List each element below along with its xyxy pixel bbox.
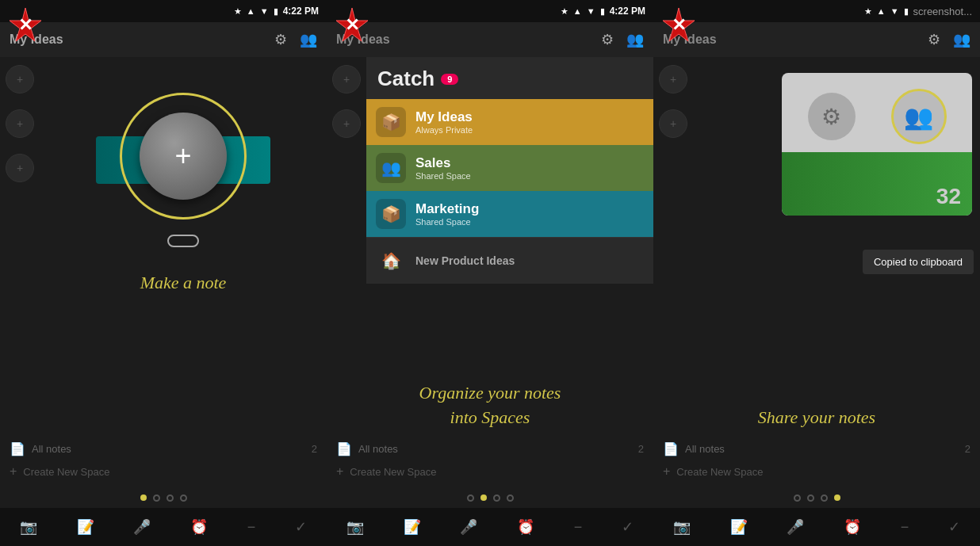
new-icon: 🏠: [376, 246, 406, 276]
new-name: New Product Ideas: [415, 254, 515, 267]
status-bar-1: ★ ▲ ▼ ▮ 4:22 PM: [0, 0, 327, 22]
marketing-subtitle: Shared Space: [415, 217, 479, 227]
people-icon-1[interactable]: 👥: [300, 31, 317, 48]
create-space-icon-3: +: [663, 464, 670, 479]
toolbar-check-icon-2[interactable]: ✓: [622, 518, 634, 536]
toolbar-mic-icon[interactable]: 🎤: [133, 518, 151, 536]
bluetooth-icon-3: ★: [864, 6, 872, 17]
all-notes-count-2: 2: [638, 443, 644, 455]
create-space-icon-1: +: [10, 464, 17, 479]
create-space-label-2: Create New Space: [350, 466, 436, 478]
create-space-row-1[interactable]: + Create New Space: [10, 461, 317, 482]
dot-3-2: [807, 494, 814, 502]
bluetooth-icon: ★: [234, 6, 242, 17]
catch-title: Catch: [377, 67, 434, 91]
create-space-icon-2: +: [336, 464, 343, 479]
settings-icon-1[interactable]: ⚙: [274, 31, 287, 48]
close-badge-1[interactable]: ✕: [6, 6, 44, 44]
spaces-dropdown: Catch 9 📦 My Ideas Always Private 👥 Sale…: [366, 57, 653, 284]
toolbar-check-icon-3[interactable]: ✓: [948, 518, 960, 536]
dot-1-active: [140, 494, 147, 501]
share-people-circle[interactable]: 👥: [891, 89, 947, 144]
toolbar-clock-icon-3[interactable]: ⏰: [844, 518, 861, 536]
all-notes-row-3[interactable]: 📄 All notes 2: [663, 437, 970, 461]
all-notes-left-2: 📄 All notes: [336, 441, 398, 456]
notes-icon-3: 📄: [663, 441, 679, 456]
time-display-1: 4:22 PM: [283, 6, 319, 17]
battery-icon: ▮: [274, 6, 278, 17]
signal-icon-2: ▲: [573, 6, 582, 16]
toolbar-camera-icon[interactable]: 📷: [20, 518, 37, 536]
myideas-info: My Ideas Always Private: [415, 109, 473, 135]
create-space-row-3[interactable]: + Create New Space: [663, 461, 970, 482]
toolbar-clock-icon-2[interactable]: ⏰: [517, 518, 534, 536]
toolbar-mic-icon-3[interactable]: 🎤: [787, 518, 804, 536]
top-bar-2: My Ideas ⚙ 👥: [327, 22, 653, 57]
sales-info: Sales Shared Space: [415, 155, 471, 181]
toolbar-camera-icon-2[interactable]: 📷: [346, 518, 364, 536]
side-items-2: + +: [327, 57, 366, 357]
all-notes-count-3: 2: [965, 443, 970, 455]
toolbar-note-icon[interactable]: 📝: [77, 518, 94, 536]
side-item-add-1[interactable]: +: [6, 65, 34, 94]
space-item-new[interactable]: 🏠 New Product Ideas: [366, 237, 653, 284]
caption-3: Share your notes: [758, 406, 875, 430]
catch-badge: 9: [441, 74, 458, 85]
settings-icon-2[interactable]: ⚙: [601, 31, 614, 48]
create-space-row-2[interactable]: + Create New Space: [336, 461, 644, 482]
toolbar-minus-icon[interactable]: −: [247, 519, 256, 536]
all-notes-count-1: 2: [312, 443, 317, 455]
fab-button[interactable]: +: [140, 113, 227, 200]
toolbar-clock-icon[interactable]: ⏰: [190, 518, 208, 536]
dot-2-active: [480, 494, 487, 501]
share-gear-icon[interactable]: ⚙: [808, 93, 856, 140]
bottom-action-bar-1: 📷 📝 🎤 ⏰ − ✓: [0, 508, 327, 546]
side-item-2[interactable]: +: [6, 109, 34, 138]
notes-icon-2: 📄: [336, 441, 352, 456]
toolbar-camera-icon-3[interactable]: 📷: [673, 518, 691, 536]
toolbar-check-icon[interactable]: ✓: [295, 518, 307, 536]
battery-icon-3: ▮: [904, 6, 909, 17]
bottom-section-3: 📄 All notes 2 + Create New Space: [653, 430, 980, 488]
status-bar-3: ★ ▲ ▼ ▮ screenshot...: [653, 0, 980, 22]
home-indicator: [167, 235, 199, 247]
bottom-section-1: 📄 All notes 2 + Create New Space: [0, 430, 327, 488]
toolbar-note-icon-3[interactable]: 📝: [730, 518, 748, 536]
people-icon-3[interactable]: 👥: [953, 31, 970, 48]
close-badge-3[interactable]: ✕: [660, 6, 698, 44]
status-bar-2: ★ ▲ ▼ ▮ 4:22 PM: [327, 0, 653, 22]
side-item-add-2b[interactable]: +: [332, 109, 361, 138]
side-items-1: + + +: [0, 57, 40, 430]
bottom-action-bar-3: 📷 📝 🎤 ⏰ − ✓: [653, 508, 980, 546]
toolbar-minus-icon-2[interactable]: −: [574, 519, 583, 536]
all-notes-left-1: 📄 All notes: [10, 441, 71, 456]
top-bar-icons-3: ⚙ 👥: [928, 31, 970, 48]
settings-icon-3[interactable]: ⚙: [928, 31, 940, 48]
new-info: New Product Ideas: [415, 254, 515, 267]
all-notes-row-2[interactable]: 📄 All notes 2: [336, 437, 644, 461]
side-item-add-2[interactable]: +: [332, 65, 361, 94]
toolbar-minus-icon-3[interactable]: −: [901, 519, 909, 536]
people-icon-2[interactable]: 👥: [626, 31, 644, 48]
toolbar-mic-icon-2[interactable]: 🎤: [460, 518, 477, 536]
dot-3-active: [834, 494, 840, 501]
myideas-name: My Ideas: [415, 109, 473, 125]
dot-2-1: [467, 494, 474, 502]
all-notes-label-2: All notes: [358, 443, 398, 455]
signal-icon-3: ▲: [877, 6, 886, 16]
notes-icon-1: 📄: [10, 441, 25, 456]
space-item-myideas[interactable]: 📦 My Ideas Always Private: [366, 99, 653, 145]
screenshot-label: screenshot...: [913, 6, 972, 17]
side-item-3[interactable]: +: [6, 154, 34, 182]
sales-name: Sales: [415, 155, 471, 171]
battery-icon-2: ▮: [600, 6, 605, 17]
wifi-icon-3: ▼: [890, 6, 899, 16]
space-item-marketing[interactable]: 📦 Marketing Shared Space: [366, 191, 653, 237]
close-badge-2[interactable]: ✕: [333, 6, 371, 44]
space-item-sales[interactable]: 👥 Sales Shared Space: [366, 145, 653, 191]
top-bar-icons-1: ⚙ 👥: [274, 31, 317, 48]
caption-1: Make a note: [140, 271, 227, 296]
all-notes-row-1[interactable]: 📄 All notes 2: [10, 437, 317, 461]
toolbar-note-icon-2[interactable]: 📝: [404, 518, 421, 536]
dot-indicators-3: [653, 488, 980, 508]
